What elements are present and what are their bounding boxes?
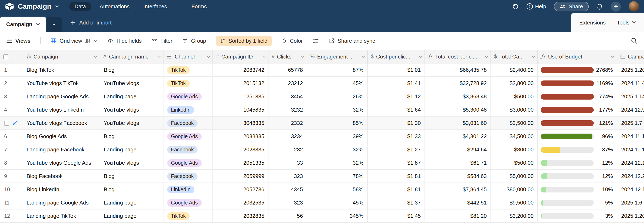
table-row[interactable]: 6Blog Google AdsBlogGoogle Ads2038835323… <box>0 130 644 143</box>
row-number-cell[interactable]: 7 <box>0 143 26 156</box>
cell-campaign-date[interactable]: 2024.12.2 <box>617 170 644 182</box>
cell-campaign-date[interactable]: 2025.1.6 <box>617 196 644 209</box>
column-header-channel[interactable]: Channel <box>164 50 213 63</box>
history-icon[interactable] <box>512 3 518 10</box>
cell-channel[interactable]: TikTok <box>164 64 213 76</box>
column-header-total-ca[interactable]: $Total Ca... <box>491 50 538 63</box>
table-row[interactable]: 7Landing page FacebookLanding pageFacebo… <box>0 143 644 156</box>
cell-total-campaign-budget[interactable]: $500.00 <box>491 156 538 169</box>
chevron-down-icon[interactable] <box>532 56 535 58</box>
cell-cost-per-click[interactable]: $1.81 <box>368 183 425 196</box>
base-title-chevron-icon[interactable] <box>55 5 59 8</box>
cell-campaign-id[interactable]: 1251335 <box>213 90 268 103</box>
cell-clicks[interactable]: 33 <box>268 156 307 169</box>
cell-campaign[interactable]: Landing page Google Ads <box>26 196 100 209</box>
cell-campaign-name[interactable]: Blog <box>100 170 164 182</box>
cell-total-campaign-budget[interactable]: $500.00 <box>491 90 538 103</box>
cell-total-cost-per-click[interactable]: $81.20 <box>425 210 491 222</box>
column-header-use-of-budget[interactable]: ƒxUse of Budget <box>538 50 617 63</box>
row-number-cell[interactable]: 1 <box>0 64 26 76</box>
cell-channel[interactable]: Facebook <box>164 116 213 130</box>
table-tab-campaign[interactable]: Campaign <box>0 16 46 32</box>
share-button[interactable]: Share <box>554 2 589 11</box>
cell-campaign[interactable]: Landing page Facebook <box>26 143 100 156</box>
cell-channel[interactable]: TikTok <box>164 77 213 90</box>
cell-total-cost-per-click[interactable]: $442.51 <box>425 196 491 209</box>
nav-tab-interfaces[interactable]: Interfaces <box>138 2 172 11</box>
column-header-campaign-id[interactable]: #Campaign ID <box>213 50 268 63</box>
column-header-campai[interactable]: Campai... <box>617 50 644 63</box>
column-header-clicks[interactable]: #Clicks <box>268 50 307 63</box>
column-header-campaign[interactable]: ƒxCampaign <box>26 50 100 63</box>
cell-campaign-name[interactable]: Blog <box>100 183 164 196</box>
cell-engagement[interactable]: 345% <box>307 210 368 222</box>
cell-campaign-date[interactable]: 2024.12.11 <box>617 183 644 196</box>
cell-campaign-date[interactable]: 2024.12.9 <box>617 103 644 116</box>
extensions-button[interactable]: Extensions <box>579 19 606 26</box>
cell-campaign-name[interactable]: YouTube vlogs <box>100 77 164 90</box>
cell-campaign[interactable]: YouTube vlogs Google Ads <box>26 156 100 169</box>
row-number-cell[interactable]: 10 <box>0 183 26 196</box>
hide-fields-button[interactable]: Hide fields <box>107 38 142 44</box>
sparkle-icon[interactable] <box>611 2 621 12</box>
cell-engagement[interactable]: 45% <box>307 196 368 209</box>
cell-channel[interactable]: LinkedIn <box>164 183 213 196</box>
chevron-down-icon[interactable] <box>301 56 304 58</box>
base-title[interactable]: Campaign <box>18 2 51 10</box>
cell-use-of-budget[interactable]: 2768% <box>538 64 617 76</box>
row-number-cell[interactable]: 4 <box>0 103 26 116</box>
chevron-down-icon[interactable] <box>419 56 422 58</box>
table-row[interactable]: 9Blog FacebookBlogFacebook205999932378%$… <box>0 170 644 183</box>
cell-total-cost-per-click[interactable]: $3,031.60 <box>425 116 491 130</box>
table-row[interactable]: 11Landing page Google AdsLanding pageGoo… <box>0 196 644 210</box>
cell-total-cost-per-click[interactable]: $584.63 <box>425 170 491 182</box>
cell-total-cost-per-click[interactable]: $32,728.92 <box>425 77 491 90</box>
cell-campaign-date[interactable]: 2024.11.11 <box>617 143 644 156</box>
share-and-sync-button[interactable]: Share and sync <box>328 38 375 44</box>
cell-channel[interactable]: Google Ads <box>164 90 213 103</box>
cell-campaign-date[interactable]: 2025.1.20 <box>617 210 644 222</box>
cell-engagement[interactable]: 87% <box>307 64 368 76</box>
row-number-cell[interactable]: 2 <box>0 77 26 90</box>
cell-total-cost-per-click[interactable]: $61.71 <box>425 156 491 169</box>
cell-total-campaign-budget[interactable]: $80,000.00 <box>491 183 538 196</box>
cell-engagement[interactable]: 78% <box>307 170 368 182</box>
cell-campaign-id[interactable]: 2059999 <box>213 170 268 182</box>
cell-cost-per-click[interactable]: $1.45 <box>368 210 425 222</box>
cell-cost-per-click[interactable]: $1.12 <box>368 90 425 103</box>
column-header-total-cost-per-cl[interactable]: ƒxTotal cost per cl... <box>425 50 491 63</box>
row-number-cell[interactable]: 11 <box>0 196 26 209</box>
cell-clicks[interactable]: 23212 <box>268 77 307 90</box>
cell-use-of-budget[interactable]: 10% <box>538 183 617 196</box>
cell-engagement[interactable]: 58% <box>307 183 368 196</box>
cell-channel[interactable]: Google Ads <box>164 156 213 169</box>
cell-channel[interactable]: Facebook <box>164 143 213 156</box>
cell-campaign-id[interactable]: 2028335 <box>213 143 268 156</box>
column-header-cost-per-clic[interactable]: $Cost per clic... <box>368 50 425 63</box>
cell-use-of-budget[interactable]: 177% <box>538 103 617 116</box>
cell-engagement[interactable]: 45% <box>307 77 368 90</box>
search-icon[interactable] <box>631 37 638 44</box>
cell-cost-per-click[interactable]: $1.33 <box>368 130 425 143</box>
cell-channel[interactable]: Google Ads <box>164 130 213 143</box>
column-header-engagement[interactable]: %Engagement ... <box>307 50 368 63</box>
notifications-bell-icon[interactable] <box>597 3 603 10</box>
row-checkbox[interactable] <box>4 120 9 126</box>
cell-use-of-budget[interactable]: 12% <box>538 170 617 182</box>
airtable-logo-icon[interactable] <box>5 2 14 10</box>
cell-total-cost-per-click[interactable]: $3,868.48 <box>425 90 491 103</box>
cell-clicks[interactable]: 3234 <box>268 130 307 143</box>
tools-button[interactable]: Tools <box>617 19 636 26</box>
cell-total-campaign-budget[interactable]: $4,500.00 <box>491 130 538 143</box>
cell-campaign-name[interactable]: YouTube vlogs <box>100 116 164 130</box>
cell-total-campaign-budget[interactable]: $2,800.00 <box>491 77 538 90</box>
select-all-checkbox[interactable] <box>3 54 8 59</box>
chevron-down-icon[interactable] <box>485 56 488 58</box>
cell-campaign-id[interactable]: 2083742 <box>213 64 268 76</box>
cell-cost-per-click[interactable]: $1.87 <box>368 156 425 169</box>
cell-clicks[interactable]: 323 <box>268 170 307 182</box>
cell-campaign-name[interactable]: Landing page <box>100 196 164 209</box>
cell-total-campaign-budget[interactable]: $2,500.00 <box>491 116 538 130</box>
cell-campaign-name[interactable]: Blog <box>100 130 164 143</box>
cell-campaign-name[interactable]: Landing page <box>100 143 164 156</box>
